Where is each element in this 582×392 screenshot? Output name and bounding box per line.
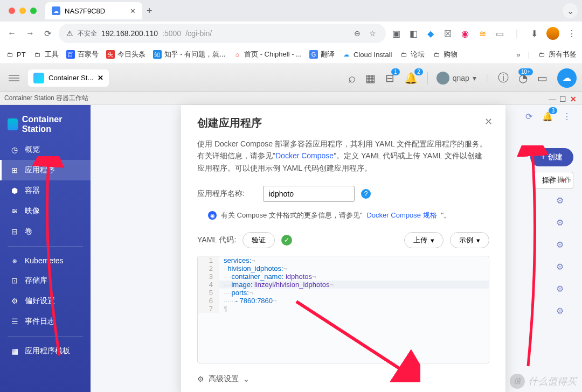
ext-icon-1[interactable]: ▣ — [391, 29, 401, 39]
window-close[interactable]: ✕ — [570, 95, 578, 102]
back-button[interactable]: ← — [5, 26, 18, 40]
row-gear-icon[interactable]: ⚙ — [548, 235, 571, 254]
advanced-settings-toggle[interactable]: ⚙ 高级设置 ⌄ — [197, 374, 489, 384]
close-window[interactable] — [9, 8, 15, 14]
close-tab-icon[interactable]: ✕ — [130, 7, 136, 15]
sidebar-item-applications[interactable]: ⊞应用程序 — [0, 160, 91, 180]
new-tab-button[interactable]: + — [147, 5, 153, 17]
overview-icon: ◷ — [10, 145, 19, 154]
bookmark-toutiao[interactable]: 头今日头条 — [106, 50, 146, 59]
tab-overflow-icon[interactable]: ⌄ — [563, 3, 578, 18]
bookmark-shopping[interactable]: 🗀购物 — [432, 50, 458, 59]
sidebar-item-events[interactable]: ☰事件日志 — [0, 311, 91, 332]
sidebar-item-overview[interactable]: ◷概览 — [0, 139, 91, 160]
cs-window-title: Container Station 容器工作站 — [4, 94, 88, 103]
yaml-editor[interactable]: 1services:¬ 2··hivision_idphotos:¬ 3····… — [197, 256, 489, 363]
sidebar-item-volumes[interactable]: ⊟卷 — [0, 221, 91, 242]
ext-icon-6[interactable]: ≋ — [477, 29, 487, 39]
topbar-refresh-icon[interactable]: ⟳ — [523, 109, 535, 124]
storage-icon[interactable]: ⊟1 — [385, 72, 394, 85]
ext-icon-7[interactable]: ▭ — [495, 29, 504, 39]
bookmark-forum[interactable]: 🗀论坛 — [399, 50, 425, 59]
security-warning-icon: ⚠ — [66, 29, 73, 38]
yaml-label: YAML 代码: — [197, 235, 236, 245]
profile-avatar[interactable] — [546, 27, 559, 40]
ext-icon-3[interactable]: ◆ — [426, 29, 435, 39]
reload-button[interactable]: ⟳ — [42, 26, 53, 41]
maximize-window[interactable] — [30, 8, 37, 14]
close-app-tab[interactable]: ✕ — [98, 74, 103, 82]
minimize-window[interactable] — [19, 8, 26, 14]
window-minimize[interactable]: — — [549, 95, 556, 102]
browser-tab-bar: ☁ NAS7F9C8D ✕ + ⌄ — [0, 0, 582, 22]
address-bar[interactable]: ⚠ 不安全 192.168.200.110:5000/cgi-bin/ ⊖ ☆ — [59, 24, 386, 43]
example-button[interactable]: 示例▾ — [450, 232, 489, 248]
sidebar-item-repository[interactable]: ⊡存储库 — [0, 270, 91, 291]
bookmark-cloud[interactable]: ☁Cloud Install — [342, 50, 392, 59]
tab-title: NAS7F9C8D — [65, 7, 105, 15]
bookmark-baijia[interactable]: 百百家号 — [66, 50, 99, 59]
docker-compose-link[interactable]: Docker Compose — [275, 151, 334, 160]
browser-chrome: ☁ NAS7F9C8D ✕ + ⌄ ← → ⟳ ⚠ 不安全 192.168.20… — [0, 0, 582, 64]
bookmark-chiphell[interactable]: ⌂首页 - Chiphell - ... — [233, 50, 302, 59]
all-bookmarks[interactable]: 🗀所有书签 — [537, 50, 577, 59]
templates-icon: ▦ — [10, 347, 19, 355]
app-name-label: 应用程序名称: — [197, 189, 257, 199]
info-icon[interactable]: ⓘ — [498, 71, 509, 85]
bookmark-tools[interactable]: 🗀工具 — [33, 50, 59, 59]
forward-button[interactable]: → — [24, 26, 37, 40]
download-icon[interactable]: ⬇ — [529, 29, 539, 39]
browser-tab[interactable]: ☁ NAS7F9C8D ✕ — [45, 2, 142, 19]
qnap-app-tab[interactable]: Container St... ✕ — [28, 69, 109, 87]
display-icon[interactable]: ▭ — [537, 72, 548, 85]
create-button[interactable]: + 创建 — [530, 148, 573, 166]
row-gear-icon[interactable]: ⚙ — [548, 279, 571, 298]
star-icon[interactable]: ☆ — [367, 27, 378, 40]
bookmark-zhihu[interactable]: 知知乎 - 有问题，就... — [153, 50, 225, 59]
key-icon[interactable]: ⊖ — [352, 27, 363, 40]
upload-button[interactable]: 上传▾ — [404, 232, 444, 248]
user-menu[interactable]: qnap ▾ — [427, 72, 476, 85]
sidebar-item-templates[interactable]: ▦应用程序模板 — [0, 341, 91, 361]
tab-favicon: ☁ — [52, 6, 60, 15]
row-gear-icon[interactable]: ⚙ — [548, 257, 571, 276]
ext-icon-4[interactable]: ☒ — [443, 29, 453, 39]
search-icon[interactable]: ⌕ — [348, 71, 356, 86]
chevron-down-icon: ▾ — [473, 74, 476, 82]
validate-button[interactable]: 验证 — [242, 232, 275, 248]
bell-icon[interactable]: 🔔2 — [404, 72, 418, 85]
app-name-input[interactable] — [263, 186, 355, 202]
username: qnap — [453, 74, 469, 82]
dashboard-icon[interactable]: ▦ — [365, 72, 376, 85]
row-gear-icon[interactable]: ⚙ — [548, 302, 571, 320]
modal-close-icon[interactable]: ✕ — [484, 116, 493, 128]
help-icon[interactable]: ? — [361, 189, 371, 199]
topbar-more-icon[interactable]: ⋮ — [560, 109, 573, 124]
bookmark-pt[interactable]: 🗀PT — [5, 50, 26, 59]
chevron-down-icon: ▾ — [476, 236, 480, 244]
bookmark-translate[interactable]: G翻译 — [309, 50, 335, 59]
sidebar-item-preferences[interactable]: ⚙偏好设置 — [0, 291, 91, 311]
sidebar-item-images[interactable]: ≋映像 — [0, 201, 91, 221]
applications-icon: ⊞ — [10, 166, 19, 174]
sidebar-item-containers[interactable]: ⬢容器 — [0, 180, 91, 201]
sidebar-item-kubernetes[interactable]: ⎈Kubernetes — [0, 251, 91, 270]
window-maximize[interactable]: ☐ — [559, 95, 567, 102]
menu-button[interactable] — [5, 72, 23, 85]
menu-icon[interactable]: ⋮ — [567, 29, 577, 39]
row-gear-icon[interactable]: ⚙ — [548, 191, 571, 210]
ext-icon-2[interactable]: ◧ — [408, 29, 418, 39]
row-gear-icon[interactable]: ⚙ — [548, 213, 571, 232]
cs-brand: Container Station — [0, 109, 91, 139]
topbar-bell-icon[interactable]: 🔔3 — [540, 109, 555, 124]
compose-spec-link[interactable]: Docker Compose 规格 — [366, 211, 436, 220]
containers-icon: ⬢ — [10, 186, 19, 195]
bookmark-overflow[interactable]: » — [516, 51, 520, 59]
cloud-icon[interactable]: ☁ — [557, 68, 577, 88]
create-app-modal: 创建应用程序 ✕ 使用 Docker Compose 部署多容器应用程序，其利用… — [181, 105, 505, 392]
ext-icon-5[interactable]: ◉ — [460, 29, 470, 39]
divider: | — [512, 29, 522, 38]
cs-body: Container Station ◷概览 ⊞应用程序 ⬢容器 ≋映像 ⊟卷 ⎈… — [0, 105, 582, 392]
modal-title: 创建应用程序 — [197, 116, 489, 130]
speed-icon[interactable]: ◔10+ — [518, 72, 528, 85]
